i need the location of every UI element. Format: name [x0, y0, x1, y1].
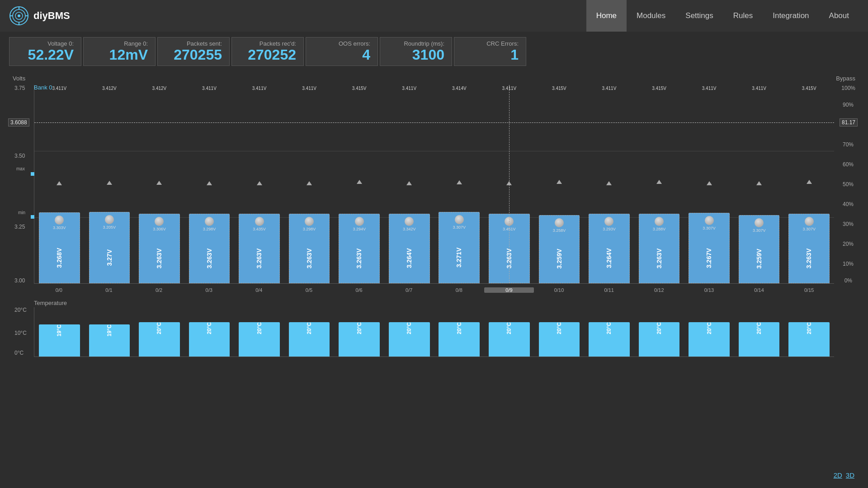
cell-bar-0/11: 3.293V3.264V [589, 214, 630, 284]
temp-bar-0/5: 20°C [289, 322, 330, 357]
arrow-up-0/0 [57, 181, 62, 185]
bar-top-text-0/12: 3.288V [639, 227, 679, 231]
logo-icon [9, 6, 29, 26]
volt-top-label-0/7: 3.411V [402, 86, 416, 91]
logo: diyBMS [9, 6, 70, 26]
volt-top-label-0/14: 3.411V [752, 86, 766, 91]
cell-col-0/4[interactable]: 3.411V3.435V3.263V [234, 85, 284, 283]
cell-col-0/11[interactable]: 3.411V3.293V3.264V [584, 85, 634, 283]
bar-main-text-0/13: 3.267V [689, 237, 729, 279]
arrow-up-0/3 [207, 181, 212, 185]
volt-top-label-0/4: 3.411V [252, 86, 267, 91]
cell-col-0/13[interactable]: 3.411V3.307V3.267V [684, 85, 734, 283]
temp-bar-0/6: 20°C [339, 322, 380, 357]
bar-top-text-0/2: 3.306V [139, 227, 179, 231]
bar-main-text-0/3: 3.263V [189, 238, 230, 279]
temp-bar-text-0/3: 20°C [206, 322, 212, 337]
nav-home[interactable]: Home [586, 0, 627, 32]
temp-bar-col-0/2: 20°C [134, 307, 184, 357]
y-tick-300: 3.00 [14, 277, 25, 284]
x-label-0/4: 0/4 [234, 287, 284, 293]
nav-settings[interactable]: Settings [675, 0, 723, 32]
arrow-up-0/12 [656, 180, 662, 184]
cell-col-0/2[interactable]: 3.412V3.306V3.263V [134, 85, 184, 283]
y-tick-right-50: 50% [843, 181, 854, 188]
temp-bar-col-0/0: 19°C [34, 307, 85, 357]
cell-col-0/7[interactable]: 3.411V3.342V3.264V [384, 85, 434, 283]
view-2d-link[interactable]: 2D [834, 471, 842, 479]
temp-bar-col-0/5: 20°C [284, 307, 335, 357]
bar-top-text-0/3: 3.298V [189, 227, 230, 231]
arrow-up-0/9 [506, 181, 512, 185]
cell-bar-0/4: 3.435V3.263V [239, 214, 280, 283]
arrow-up-0/11 [606, 181, 612, 185]
cell-bar-0/7: 3.342V3.264V [389, 214, 430, 284]
arrow-up-0/2 [156, 181, 162, 185]
bar-top-text-0/7: 3.342V [389, 227, 429, 231]
cells-container: 3.411V3.303V3.268V3.412V3.205V3.27V3.412… [34, 85, 834, 283]
stat-voltage-label: Voltage 0: [17, 40, 74, 47]
stat-packets-sent-value: 270255 [165, 47, 222, 63]
y-tick-350: 3.50 [14, 153, 25, 159]
cell-col-0/14[interactable]: 3.411V3.307V3.259V [734, 85, 784, 283]
bar-top-text-0/8: 3.307V [439, 225, 479, 230]
cell-circle-0/0 [55, 216, 64, 225]
cell-circle-0/12 [655, 217, 664, 226]
temp-bar-0/14: 20°C [739, 322, 780, 357]
nav-rules[interactable]: Rules [723, 0, 763, 32]
cell-circle-0/10 [555, 218, 564, 227]
x-label-0/1: 0/1 [84, 287, 134, 293]
cell-bar-0/12: 3.288V3.263V [639, 214, 680, 283]
cell-circle-0/11 [604, 217, 613, 226]
volt-top-label-0/11: 3.411V [602, 86, 617, 91]
nav-modules[interactable]: Modules [627, 0, 675, 32]
temp-bar-text-0/8: 20°C [456, 322, 462, 337]
stat-oos-label: OOS errors: [313, 40, 370, 47]
volt-top-label-0/0: 3.411V [52, 86, 66, 91]
min-indicator [31, 215, 34, 219]
bypass-axis-label: Bypass [836, 75, 855, 82]
bar-top-text-0/11: 3.293V [589, 227, 629, 231]
view-3d-link[interactable]: 3D [846, 471, 854, 479]
cell-col-0/8[interactable]: 3.414V3.307V3.271V [434, 85, 485, 283]
cell-col-0/15[interactable]: 3.415V3.307V3.263V [784, 85, 834, 283]
cell-col-0/5[interactable]: 3.411V3.298V3.263V [284, 85, 335, 283]
cell-circle-0/5 [305, 217, 314, 226]
nav-integration[interactable]: Integration [763, 0, 819, 32]
app-name: diyBMS [33, 10, 70, 22]
cell-col-0/10[interactable]: 3.415V3.258V3.259V [534, 85, 585, 283]
temp-bar-text-0/11: 20°C [606, 322, 612, 337]
max-label: max [16, 166, 25, 171]
cell-col-0/1[interactable]: 3.412V3.205V3.27V [85, 85, 135, 283]
cell-col-0/3[interactable]: 3.411V3.298V3.263V [184, 85, 235, 283]
bar-top-text-0/5: 3.298V [289, 227, 330, 231]
ref-line: 3.6088 81.17 [34, 122, 834, 123]
temp-bar-col-0/6: 20°C [334, 307, 384, 357]
x-label-0/15: 0/15 [784, 287, 834, 293]
stat-range: Range 0: 12mV [83, 37, 156, 66]
cell-col-0/12[interactable]: 3.415V3.288V3.263V [634, 85, 684, 283]
cell-col-0/0[interactable]: 3.411V3.303V3.268V [34, 85, 85, 283]
temp-bar-text-0/0: 19°C [56, 324, 62, 339]
temp-bars-container: 19°C19°C20°C20°C20°C20°C20°C20°C20°C20°C… [34, 307, 834, 357]
cell-col-0/6[interactable]: 3.415V3.294V3.263V [334, 85, 384, 283]
y-tick-right-90: 90% [843, 102, 854, 108]
arrow-up-0/1 [107, 181, 112, 185]
y-tick-right-70: 70% [843, 141, 854, 148]
cell-bar-0/14: 3.307V3.259V [739, 215, 780, 284]
temp-bar-col-0/3: 20°C [184, 307, 235, 357]
temp-bar-text-0/2: 20°C [156, 322, 162, 337]
temp-bar-col-0/15: 20°C [784, 307, 834, 357]
temp-bar-0/15: 20°C [788, 322, 830, 357]
x-label-0/13: 0/13 [684, 287, 734, 293]
temp-bar-text-0/13: 20°C [706, 322, 712, 337]
bar-main-text-0/10: 3.259V [539, 239, 580, 279]
y-tick-right-60: 60% [843, 161, 854, 168]
stat-packets-recd-label: Packets rec'd: [239, 40, 296, 47]
y-tick-right-100: 100% [841, 85, 855, 91]
temp-bar-0/11: 20°C [589, 322, 630, 357]
stat-packets-recd-value: 270252 [239, 47, 296, 63]
y-tick-325: 3.25 [14, 224, 25, 230]
x-label-0/8: 0/8 [434, 287, 484, 293]
nav-about[interactable]: About [819, 0, 859, 32]
